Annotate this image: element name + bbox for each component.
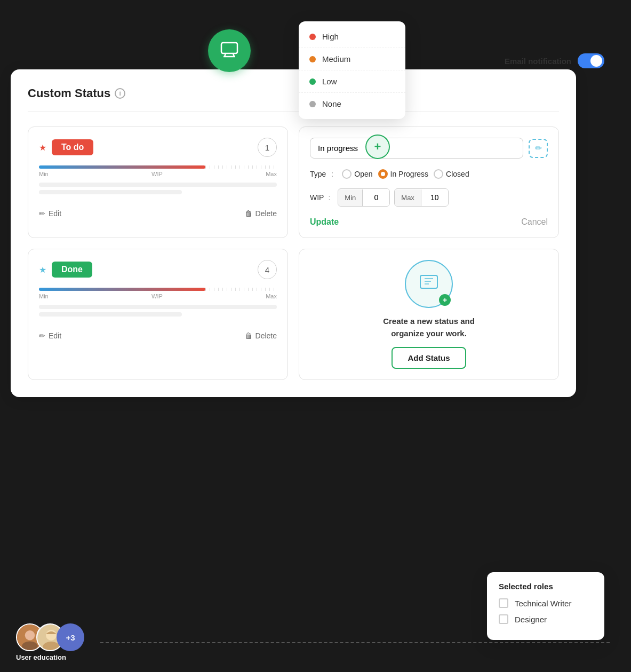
priority-dropdown[interactable]: High Medium Low None <box>299 21 405 119</box>
monitor-icon <box>219 39 240 62</box>
todo-wip-track: Min WIP Max <box>39 165 277 177</box>
medium-dot <box>309 56 316 62</box>
role-label-technical-writer: Technical Writer <box>515 599 571 608</box>
email-notification-label: Email notification <box>505 57 571 66</box>
svg-rect-0 <box>221 43 237 53</box>
header-row: Custom Status i <box>28 86 559 112</box>
role-label-designer: Designer <box>515 615 547 624</box>
type-open-radio[interactable] <box>342 169 352 179</box>
priority-none-label: None <box>322 99 341 108</box>
priority-item-none[interactable]: None <box>299 93 405 115</box>
edit-form-actions: Update Cancel <box>310 217 548 227</box>
wip-label: WIP <box>310 193 324 202</box>
add-status-button[interactable]: Add Status <box>392 347 466 369</box>
trash-icon-done: 🗑 <box>245 331 252 340</box>
edit-input-row: ✏ <box>310 138 548 159</box>
type-inprogress-label[interactable]: In Progress <box>378 169 429 179</box>
wip-min-input[interactable] <box>363 189 389 206</box>
done-wip-track: Min WIP Max <box>39 288 277 299</box>
add-status-plus-badge: + <box>439 294 451 306</box>
priority-item-high[interactable]: High <box>299 26 405 48</box>
done-edit-button[interactable]: ✏ Edit <box>39 331 61 340</box>
plus-icon: + <box>374 140 381 154</box>
page-title: Custom Status i <box>28 86 125 100</box>
svg-point-10 <box>22 641 38 651</box>
roles-dropdown: Selected roles Technical Writer Designer <box>487 572 604 640</box>
status-card-todo-header: ★ To do 1 <box>39 138 277 157</box>
avatars-row: +3 <box>16 623 84 651</box>
main-card: Custom Status i ★ To do 1 Min WIP <box>11 69 576 397</box>
email-notification-toggle[interactable] <box>578 53 604 68</box>
priority-low-label: Low <box>322 77 337 86</box>
wip-max-input[interactable] <box>421 189 448 206</box>
type-row: Type : Open In Progress Closed <box>310 169 548 179</box>
todo-count: 1 <box>258 138 277 157</box>
star-icon-done[interactable]: ★ <box>39 265 46 275</box>
status-name-input[interactable] <box>310 138 523 159</box>
role-checkbox-technical-writer[interactable] <box>499 598 508 608</box>
type-colon: : <box>331 170 333 178</box>
pencil-icon: ✏ <box>39 209 45 218</box>
type-closed-label[interactable]: Closed <box>434 169 469 179</box>
todo-line2 <box>39 190 182 194</box>
roles-title: Selected roles <box>499 582 593 591</box>
todo-delete-button[interactable]: 🗑 Delete <box>245 209 277 218</box>
page-title-text: Custom Status <box>28 86 110 100</box>
role-item-technical-writer[interactable]: Technical Writer <box>499 598 593 608</box>
svg-point-9 <box>25 630 35 640</box>
brush-icon: ✏ <box>535 143 542 153</box>
done-delete-button[interactable]: 🗑 Delete <box>245 331 277 340</box>
trash-icon: 🗑 <box>245 209 252 218</box>
wip-max-label: Max <box>395 189 421 206</box>
dashed-connector <box>100 642 610 643</box>
add-fab-button[interactable] <box>208 29 251 72</box>
info-icon[interactable]: i <box>115 88 125 99</box>
type-inprogress-radio[interactable] <box>378 169 388 179</box>
svg-rect-4 <box>420 275 437 288</box>
star-icon-todo[interactable]: ★ <box>39 143 46 153</box>
priority-item-medium[interactable]: Medium <box>299 48 405 70</box>
edit-form-card: ✏ Type : Open In Progress Closed <box>299 127 559 238</box>
edit-icon-button[interactable]: ✏ <box>529 139 548 158</box>
type-open-label[interactable]: Open <box>342 169 372 179</box>
add-status-icon: + <box>405 260 453 308</box>
priority-item-low[interactable]: Low <box>299 70 405 93</box>
wip-max-group: Max <box>394 188 449 207</box>
update-button[interactable]: Update <box>310 217 339 227</box>
wip-min-label: Min <box>338 189 363 206</box>
add-status-description: Create a new status andorganize your wor… <box>383 315 475 339</box>
low-dot <box>309 78 316 85</box>
priority-medium-label: Medium <box>322 54 350 64</box>
high-dot <box>309 34 316 40</box>
user-education-label: User education <box>16 653 66 661</box>
add-status-card: + Create a new status andorganize your w… <box>299 249 559 380</box>
status-card-done: ★ Done 4 Min WIP Max ✏ Ed <box>28 249 288 380</box>
done-badge: Done <box>52 262 92 278</box>
done-count: 4 <box>258 260 277 279</box>
avatar-more[interactable]: +3 <box>57 623 84 651</box>
todo-wip-fill <box>39 165 205 169</box>
done-wip-fill <box>39 288 205 291</box>
done-line2 <box>39 312 182 317</box>
type-closed-radio[interactable] <box>434 169 443 179</box>
done-line1 <box>39 305 277 309</box>
add-status-svg <box>416 271 442 297</box>
status-card-done-header: ★ Done 4 <box>39 260 277 279</box>
cards-grid: ★ To do 1 Min WIP Max ✏ E <box>28 127 559 380</box>
email-notification-row: Email notification <box>505 53 604 68</box>
wip-min-group: Min <box>338 188 390 207</box>
done-wip-labels: Min WIP Max <box>39 293 277 299</box>
todo-actions: ✏ Edit 🗑 Delete <box>39 203 277 218</box>
todo-line1 <box>39 183 277 187</box>
add-status-plus-circle[interactable]: + <box>365 135 390 159</box>
role-item-designer[interactable]: Designer <box>499 614 593 624</box>
cancel-button[interactable]: Cancel <box>521 217 548 227</box>
todo-edit-button[interactable]: ✏ Edit <box>39 209 61 218</box>
role-checkbox-designer[interactable] <box>499 614 508 624</box>
status-card-todo: ★ To do 1 Min WIP Max ✏ E <box>28 127 288 238</box>
wip-inputs-row: WIP : Min Max <box>310 188 548 207</box>
type-label: Type <box>310 170 326 178</box>
none-dot <box>309 101 316 107</box>
pencil-icon-done: ✏ <box>39 331 45 340</box>
done-wip-bar <box>39 288 277 291</box>
